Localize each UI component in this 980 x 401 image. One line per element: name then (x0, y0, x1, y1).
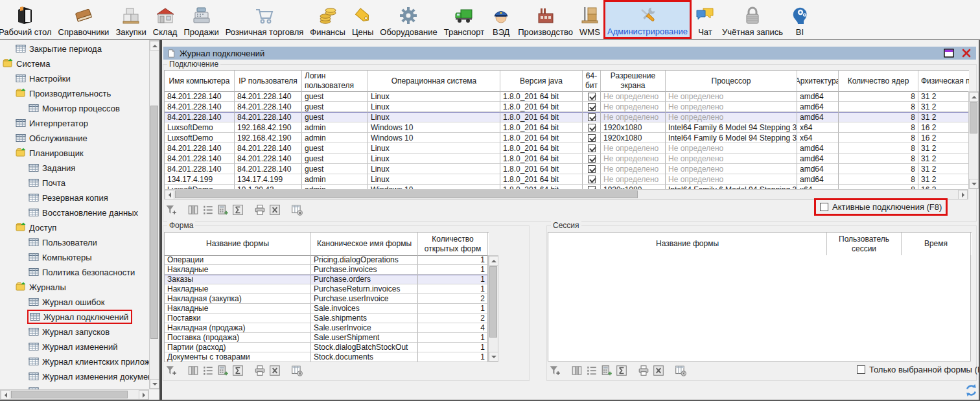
sidebar-item-logs[interactable]: Журналы (16, 280, 66, 294)
checkbox-icon[interactable] (588, 113, 596, 121)
sidebar-item-security-policy[interactable]: Политика безопасности (29, 265, 135, 279)
toolbar-item-account[interactable]: Учётная запись (719, 0, 786, 39)
calculator-add-button[interactable] (601, 365, 612, 376)
scrollbar-thumb[interactable] (11, 391, 128, 398)
table-row[interactable]: Поставка (продажа)Sale.userShipment1 (165, 333, 489, 343)
sidebar-item-period-close[interactable]: Закрытие периода (16, 41, 102, 56)
column-header[interactable]: Разрешение экрана (601, 71, 666, 92)
table-row[interactable]: Накладная (закупка)Purchase.userInvoice2 (165, 294, 489, 304)
scrollbar-thumb[interactable] (150, 106, 158, 339)
numbered-list-button[interactable] (586, 365, 598, 376)
scroll-up-arrow-icon[interactable] (489, 256, 498, 266)
table-row[interactable]: НакладныеPurchase.invoices1 (165, 265, 489, 275)
connections-vertical-scrollbar[interactable] (968, 91, 979, 189)
scroll-right-arrow-icon[interactable] (139, 390, 148, 400)
column-header[interactable]: Физическая память, (918, 71, 969, 92)
toolbar-item-purchases[interactable]: Закупки (112, 0, 149, 39)
sidebar-item-client-apps-log[interactable]: Журнал клиентских приложений (29, 354, 149, 369)
table-row[interactable]: 84.201.228.14084.201.228.140guestLinux1.… (165, 154, 969, 164)
toolbar-item-prices[interactable]: Цены (349, 0, 377, 39)
column-header[interactable]: Время (902, 233, 971, 255)
numbered-list-button[interactable] (202, 365, 214, 376)
active-connections-checkbox[interactable]: Активные подключения (F8) (814, 198, 948, 216)
toolbar-item-retail[interactable]: Розничная торговля (222, 0, 307, 39)
sum-button[interactable] (232, 204, 244, 216)
table-row[interactable]: Документы с товарамиStock.documents1 (165, 352, 489, 362)
sidebar-item-launch-log[interactable]: Журнал запусков (29, 325, 110, 339)
checkbox-icon[interactable] (588, 176, 596, 183)
toolbar-item-desktop[interactable]: Рабочий стол (0, 0, 55, 39)
refresh-button[interactable] (964, 384, 978, 397)
column-header[interactable]: Каноническое имя формы (311, 233, 418, 256)
sidebar-item-settings[interactable]: Настройки (16, 71, 71, 86)
sidebar-horizontal-scrollbar[interactable] (0, 389, 149, 400)
sidebar-item-performance[interactable]: Производительность (16, 86, 111, 100)
checkbox-icon[interactable] (588, 144, 596, 152)
column-header[interactable]: Название формы (165, 233, 311, 256)
sidebar-item-change-log[interactable]: Журнал изменений (29, 339, 118, 354)
scroll-up-arrow-icon[interactable] (150, 41, 159, 51)
toolbar-item-sales[interactable]: Продажи (180, 0, 222, 39)
table-row[interactable]: Партии (расход)Stock.dialogBatchStockOut… (165, 343, 489, 352)
sum-button[interactable] (616, 365, 627, 376)
table-row[interactable]: LuxsoftDemo192.168.42.190adminWindows 10… (165, 133, 969, 143)
scroll-up-arrow-icon[interactable] (969, 92, 979, 102)
checkbox-icon[interactable] (588, 165, 596, 173)
checkbox-icon[interactable] (588, 103, 596, 111)
checkbox-icon[interactable] (588, 93, 596, 100)
toolbar-item-production[interactable]: Производство (515, 0, 576, 39)
toolbar-item-chat[interactable]: Чат (692, 0, 719, 39)
table-settings-button[interactable] (675, 365, 686, 376)
toolbar-item-wms[interactable]: WMS (576, 0, 603, 39)
sidebar-item-maintenance[interactable]: Обслуживание (16, 131, 88, 145)
sidebar-item-backup[interactable]: Резервная копия (29, 190, 108, 205)
filter-add-button[interactable] (549, 365, 561, 376)
column-header[interactable]: Операционная система (368, 71, 500, 92)
table-row[interactable]: 84.201.228.14084.201.228.140guestLinux1.… (165, 143, 969, 154)
column-header[interactable]: Пользователь сессии (827, 233, 902, 255)
sidebar-item-error-log[interactable]: Журнал ошибок (29, 295, 104, 309)
window-restore-button[interactable] (944, 49, 954, 58)
filter-add-button[interactable] (165, 204, 177, 216)
scrollbar-thumb[interactable] (970, 102, 977, 133)
column-header[interactable]: IP пользователя (235, 71, 302, 92)
column-header[interactable]: Логин пользователя (302, 71, 368, 92)
scroll-left-arrow-icon[interactable] (1, 390, 10, 400)
sidebar-item-users[interactable]: Пользователи (29, 235, 97, 249)
table-row[interactable]: 84.201.228.14084.201.228.140guestLinux1.… (165, 102, 969, 112)
column-header[interactable]: Имя компьютера (165, 71, 235, 92)
column-header[interactable]: Название формы (548, 233, 827, 255)
toolbar-item-equipment[interactable]: Оборудование (377, 0, 440, 39)
sidebar-item-interpreter[interactable]: Интерпретатор (16, 116, 88, 130)
sidebar-item-partial-item[interactable] (29, 384, 42, 389)
scrollbar-thumb[interactable] (489, 266, 497, 338)
sidebar-item-doc-change-log[interactable]: Журнал изменения документов (29, 369, 149, 384)
checkbox-icon[interactable] (588, 155, 596, 163)
table-row[interactable]: ПоставкиSale.shipments2 (165, 314, 489, 323)
sidebar-vertical-scrollbar[interactable] (149, 40, 159, 389)
excel-export-button[interactable] (653, 365, 664, 376)
table-row[interactable]: 84.201.228.14084.201.228.140guestLinux1.… (165, 112, 969, 122)
filter-add-button[interactable] (165, 365, 177, 376)
column-visibility-button[interactable] (571, 365, 583, 376)
table-row[interactable]: 134.17.4.199134.17.4.199adminLinux1.8.0_… (165, 174, 969, 185)
scroll-down-arrow-icon[interactable] (969, 179, 979, 189)
checkbox-icon[interactable] (588, 134, 596, 142)
table-row[interactable]: LuxsoftDemo192.168.42.190adminWindows 10… (165, 122, 969, 133)
column-header[interactable]: Архитектура (797, 71, 839, 92)
window-close-button[interactable] (962, 49, 971, 58)
scroll-down-arrow-icon[interactable] (150, 379, 159, 389)
excel-export-button[interactable] (269, 365, 281, 376)
sidebar-item-connection-log[interactable]: Журнал подключений (29, 310, 132, 324)
sidebar-item-mail[interactable]: Почта (29, 176, 65, 190)
sidebar-item-data-restore[interactable]: Восстановление данных (29, 205, 138, 220)
print-button[interactable] (254, 204, 266, 216)
column-visibility-button[interactable] (187, 365, 199, 376)
checkbox-icon[interactable] (588, 124, 596, 132)
toolbar-item-bi[interactable]: BI (786, 0, 813, 39)
table-row[interactable]: 84.201.228.14084.201.228.140guestLinux1.… (165, 91, 969, 102)
sidebar-item-process-monitor[interactable]: Монитор процессов (29, 101, 120, 115)
column-header[interactable]: Количество ядер (839, 71, 918, 92)
sidebar-item-access[interactable]: Доступ (16, 220, 56, 235)
toolbar-item-finance[interactable]: Финансы (307, 0, 349, 39)
